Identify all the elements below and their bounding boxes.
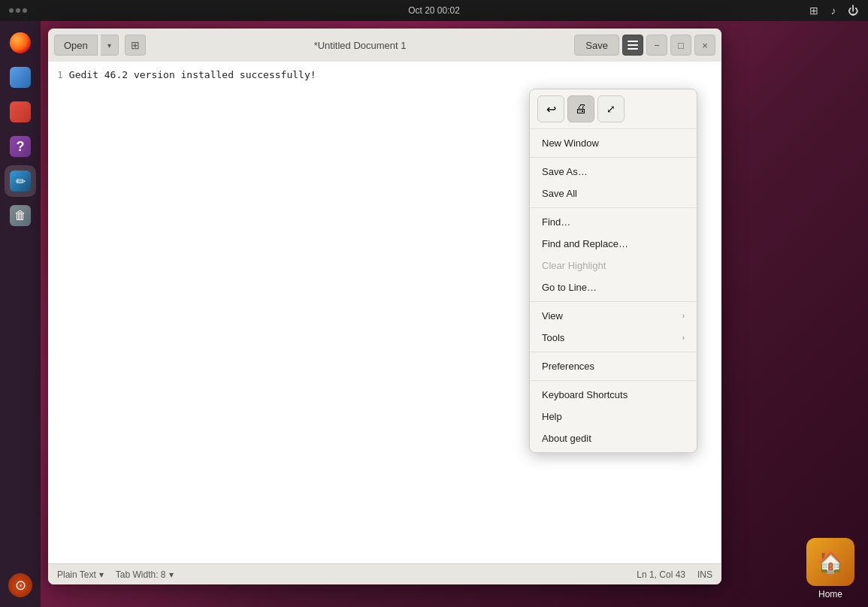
language-selector[interactable]: Plain Text ▾ [57, 569, 104, 580]
hamburger-line3 [628, 48, 638, 50]
new-window-item[interactable]: New Window [530, 132, 697, 154]
sidebar-item-trash[interactable]: 🗑 [5, 200, 36, 231]
minimize-icon: − [654, 40, 660, 51]
minimize-button[interactable]: − [646, 35, 667, 56]
expand-icon: ⤢ [606, 103, 615, 115]
maximize-icon: □ [678, 40, 684, 51]
menu-section-1: New Window [530, 129, 697, 158]
editor-text: Gedit 46.2 version installed successfull… [69, 69, 316, 80]
find-replace-label: Find and Replace… [542, 238, 628, 249]
cursor-position: Ln 1, Col 43 [637, 569, 685, 580]
find-replace-item[interactable]: Find and Replace… [530, 233, 697, 255]
view-item[interactable]: View › [530, 305, 697, 327]
title-bar: Open ▾ ⊞ *Untitled Document 1 Save − □ [48, 29, 721, 62]
home-icon-wrapper[interactable]: 🏠 Home [800, 538, 860, 599]
preferences-item[interactable]: Preferences [530, 355, 697, 377]
position-label: Ln 1, Col 43 [637, 569, 685, 580]
network-icon[interactable]: ⊞ [808, 5, 820, 17]
ubuntu-icon: ⊙ [8, 573, 32, 597]
undo-icon: ↩ [546, 102, 556, 116]
save-as-label: Save As… [542, 166, 588, 177]
save-all-item[interactable]: Save All [530, 183, 697, 204]
power-icon[interactable]: ⏻ [847, 5, 859, 17]
menu-section-2: Save As… Save All [530, 158, 697, 208]
close-icon: × [702, 40, 708, 51]
view-label: View [542, 310, 563, 322]
volume-icon[interactable]: ♪ [827, 5, 839, 17]
save-button[interactable]: Save [574, 35, 619, 56]
about-label: About gedit [542, 433, 591, 444]
tools-label: Tools [542, 332, 564, 343]
language-chevron: ▾ [99, 569, 104, 580]
about-item[interactable]: About gedit [530, 427, 697, 449]
tools-submenu-icon: › [682, 334, 685, 342]
print-button[interactable]: 🖨 [567, 95, 594, 122]
save-as-item[interactable]: Save As… [530, 161, 697, 183]
home-icon-box: 🏠 [806, 538, 854, 586]
sidebar-item-help[interactable]: ? [5, 131, 36, 162]
open-dropdown-button[interactable]: ▾ [101, 35, 119, 56]
hamburger-dropdown: ↩ 🖨 ⤢ New Window Save As… Save All [529, 89, 697, 453]
top-bar-left [9, 8, 27, 13]
home-label: Home [818, 589, 842, 599]
sidebar-item-appstore[interactable] [5, 96, 36, 128]
hamburger-line1 [628, 41, 638, 42]
dot2 [16, 8, 20, 13]
sidebar-item-files[interactable] [5, 62, 36, 93]
home-icon: 🏠 [818, 550, 844, 575]
menu-section-6: Keyboard Shortcuts Help About gedit [530, 381, 697, 452]
menu-section-3: Find… Find and Replace… Clear Highlight … [530, 208, 697, 302]
view-submenu-icon: › [682, 312, 685, 320]
window-title: *Untitled Document 1 [150, 40, 570, 51]
close-button[interactable]: × [694, 35, 715, 56]
tab-width-label: Tab Width: 8 [116, 569, 166, 580]
menu-toolbar: ↩ 🖨 ⤢ [530, 89, 697, 129]
sidebar-item-firefox[interactable] [5, 27, 36, 59]
chevron-down-icon: ▾ [107, 41, 111, 50]
trash-icon: 🗑 [10, 205, 31, 226]
tools-item[interactable]: Tools › [530, 327, 697, 349]
mode-label: INS [697, 569, 712, 580]
title-bar-left: Open ▾ ⊞ [54, 35, 146, 56]
language-label: Plain Text [57, 569, 96, 580]
main-window: Open ▾ ⊞ *Untitled Document 1 Save − □ [48, 29, 721, 584]
dot1 [9, 8, 14, 13]
clear-highlight-label: Clear Highlight [542, 260, 606, 271]
find-item[interactable]: Find… [530, 211, 697, 233]
hamburger-menu-button[interactable] [622, 35, 643, 56]
new-tab-button[interactable]: ⊞ [125, 35, 146, 56]
help-icon: ? [10, 136, 31, 157]
menu-section-5: Preferences [530, 352, 697, 381]
top-bar-dots [9, 8, 27, 13]
maximize-button[interactable]: □ [670, 35, 691, 56]
new-window-label: New Window [542, 137, 599, 149]
top-bar-right: ⊞ ♪ ⏻ [808, 5, 859, 17]
line-number: 1 [57, 69, 63, 80]
preferences-label: Preferences [542, 361, 594, 372]
top-bar: Oct 20 00:02 ⊞ ♪ ⏻ [0, 0, 868, 21]
open-button[interactable]: Open [54, 35, 98, 56]
dot3 [23, 8, 27, 13]
help-item[interactable]: Help [530, 406, 697, 427]
insert-mode: INS [697, 569, 712, 580]
sidebar: ? ✏ 🗑 ⊙ [0, 21, 41, 607]
menu-section-4: View › Tools › [530, 302, 697, 352]
tab-width-selector[interactable]: Tab Width: 8 ▾ [116, 569, 174, 580]
sidebar-item-gedit[interactable]: ✏ [5, 165, 36, 197]
expand-button[interactable]: ⤢ [597, 95, 625, 122]
title-bar-right: Save − □ × [574, 35, 715, 56]
new-tab-icon: ⊞ [131, 39, 140, 51]
ubuntu-logo[interactable]: ⊙ [5, 569, 36, 601]
firefox-icon [10, 32, 31, 53]
find-label: Find… [542, 216, 570, 228]
clear-highlight-item: Clear Highlight [530, 255, 697, 276]
go-to-line-item[interactable]: Go to Line… [530, 276, 697, 298]
go-to-line-label: Go to Line… [542, 282, 597, 293]
appstore-icon [10, 101, 31, 122]
save-all-label: Save All [542, 188, 577, 199]
keyboard-shortcuts-label: Keyboard Shortcuts [542, 389, 628, 400]
print-icon: 🖨 [575, 102, 587, 116]
gedit-icon: ✏ [10, 171, 31, 192]
undo-button[interactable]: ↩ [537, 95, 564, 122]
keyboard-shortcuts-item[interactable]: Keyboard Shortcuts [530, 384, 697, 406]
